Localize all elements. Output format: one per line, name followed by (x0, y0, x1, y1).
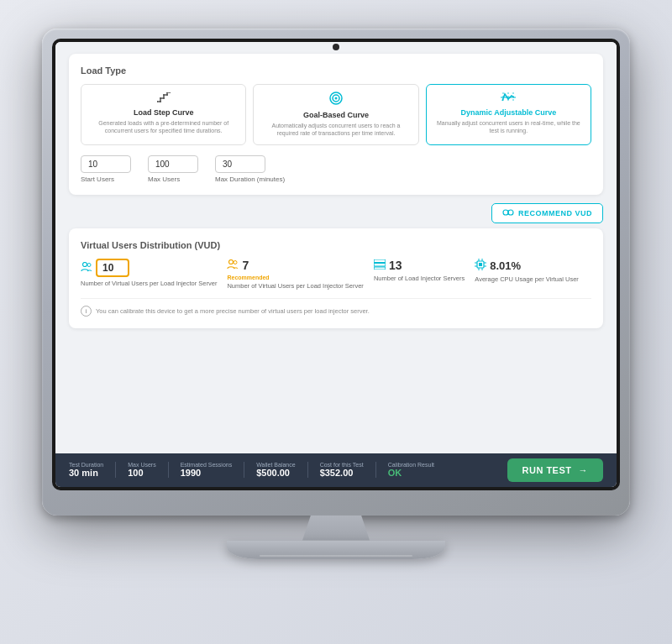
recommend-vud-button[interactable]: RECOMMEND VUD (491, 203, 603, 223)
svg-point-19 (87, 264, 91, 267)
vud-item-virtual-users: Number of Virtual Users per Load Injecto… (81, 259, 217, 289)
svg-point-10 (334, 97, 337, 99)
max-users-group: Max Users (148, 155, 198, 183)
cpu-value: 8.01% (490, 259, 521, 272)
vud-label-virtual-users: Number of Virtual Users per Load Injecto… (81, 280, 217, 289)
vud-label-recommended: Number of Virtual Users per Load Injecto… (227, 282, 363, 291)
start-users-group: Start Users (81, 155, 131, 183)
dynamic-desc: Manually adjust concurrent users in real… (435, 119, 582, 136)
info-icon: i (81, 306, 92, 317)
svg-rect-26 (479, 263, 482, 266)
status-estimated-sessions: Estimated Sessions 1990 (169, 462, 244, 478)
load-type-inputs: Start Users Max Users Max Duration (minu… (81, 155, 591, 183)
recommend-vud-label: RECOMMEND VUD (518, 209, 592, 217)
status-test-duration: Test Duration 30 min (69, 462, 116, 478)
svg-point-16 (508, 210, 513, 215)
vud-label-servers: Number of Load Injector Servers (374, 275, 465, 284)
cost-test-label: Cost for this Test (320, 462, 364, 468)
vud-value-cpu: 8.01% (475, 259, 579, 273)
start-users-input[interactable] (81, 155, 131, 173)
estimated-sessions-label: Estimated Sessions (181, 462, 232, 468)
load-option-dynamic[interactable]: Dynamic Adjustable Curve Manually adjust… (426, 84, 591, 146)
load-option-goal[interactable]: Goal-Based Curve Automatically adjusts c… (253, 84, 418, 146)
calibration-value: OK (388, 468, 402, 478)
start-users-label: Start Users (81, 175, 131, 183)
calibration-label: Calibration Result (388, 462, 434, 468)
vud-item-cpu: 8.01% Average CPU Usage per Virtual User (475, 259, 579, 285)
vud-grid: Number of Virtual Users per Load Injecto… (81, 259, 591, 291)
load-step-desc: Generated loads with a pre-determined nu… (90, 119, 237, 136)
status-max-users: Max Users 100 (116, 462, 168, 478)
monitor-base (227, 541, 445, 559)
vud-item-recommended: 7 Recommended Number of Virtual Users pe… (227, 259, 363, 291)
svg-rect-23 (374, 264, 386, 267)
monitor-bezel: Load Type (52, 39, 620, 490)
max-users-input[interactable] (148, 155, 198, 173)
status-bar: Test Duration 30 min Max Users 100 Estim… (55, 453, 617, 487)
recommend-vud-row: RECOMMEND VUD (69, 203, 603, 223)
svg-point-21 (234, 261, 237, 264)
svg-point-2 (160, 97, 161, 99)
vud-value-virtual-users (81, 259, 217, 277)
monitor-neck (294, 516, 378, 541)
vud-title: Virtual Users Distribution (VUD) (81, 240, 591, 250)
max-duration-label: Max Duration (minutes) (215, 175, 285, 183)
test-duration-label: Test Duration (69, 462, 103, 468)
status-cost-test: Cost for this Test $352.00 (308, 462, 376, 478)
dynamic-title: Dynamic Adjustable Curve (435, 108, 582, 117)
servers-value: 13 (389, 259, 402, 272)
svg-rect-22 (374, 259, 386, 263)
dynamic-icon (435, 92, 582, 105)
cost-test-value: $352.00 (320, 468, 354, 478)
run-test-label: RUN TEST (522, 465, 572, 475)
svg-point-20 (229, 260, 234, 264)
svg-point-7 (170, 92, 171, 93)
vud-item-servers: 13 Number of Load Injector Servers (374, 259, 465, 284)
calibrate-note: i You can calibrate this device to get a… (81, 298, 591, 317)
virtual-users-input[interactable] (96, 259, 129, 277)
svg-point-15 (503, 210, 508, 215)
load-step-title: Load Step Curve (90, 108, 237, 117)
wallet-balance-label: Wallet Balance (256, 462, 295, 468)
vud-label-cpu: Average CPU Usage per Virtual User (475, 275, 579, 285)
max-duration-group: Max Duration (minutes) (215, 155, 285, 183)
screen: Load Type (55, 42, 617, 487)
estimated-sessions-value: 1990 (181, 468, 201, 478)
run-test-button[interactable]: RUN TEST → (507, 458, 604, 482)
load-type-title: Load Type (81, 65, 591, 76)
monitor-wrapper: Load Type (34, 29, 638, 616)
run-test-arrow-icon: → (579, 465, 589, 475)
vud-value-servers: 13 (374, 259, 465, 272)
monitor-outer: Load Type (42, 29, 630, 516)
svg-point-18 (83, 263, 87, 267)
load-step-icon (90, 92, 237, 105)
max-users-label: Max Users (148, 175, 198, 183)
wallet-balance-value: $500.00 (256, 468, 290, 478)
test-duration-value: 30 min (69, 468, 98, 478)
screen-content: Load Type (55, 42, 617, 453)
vud-card: Virtual Users Distribution (VUD) (69, 228, 603, 328)
status-wallet-balance: Wallet Balance $500.00 (244, 462, 307, 478)
svg-point-3 (163, 97, 165, 99)
svg-rect-24 (374, 267, 386, 270)
max-duration-input[interactable] (215, 155, 265, 173)
recommend-vud-icon (502, 208, 514, 218)
max-users-status-label: Max Users (128, 462, 155, 468)
recommended-users-icon (227, 259, 239, 272)
load-option-step[interactable]: Load Step Curve Generated loads with a p… (81, 84, 246, 146)
calibrate-note-text: You can calibrate this device to get a m… (96, 307, 370, 315)
load-type-card: Load Type (69, 54, 603, 196)
goal-based-desc: Automatically adjusts concurrent users t… (262, 122, 409, 139)
svg-point-4 (163, 94, 165, 96)
goal-based-icon (262, 92, 409, 107)
svg-point-1 (160, 101, 161, 102)
servers-icon (374, 259, 386, 272)
load-type-options: Load Step Curve Generated loads with a p… (81, 84, 591, 146)
max-users-status-value: 100 (128, 468, 143, 478)
vud-value-recommended: 7 (227, 259, 363, 272)
users-icon (81, 261, 92, 275)
recommended-badge: Recommended (227, 275, 363, 280)
goal-based-title: Goal-Based Curve (262, 111, 409, 119)
svg-point-5 (166, 94, 168, 96)
cpu-icon (475, 259, 486, 273)
